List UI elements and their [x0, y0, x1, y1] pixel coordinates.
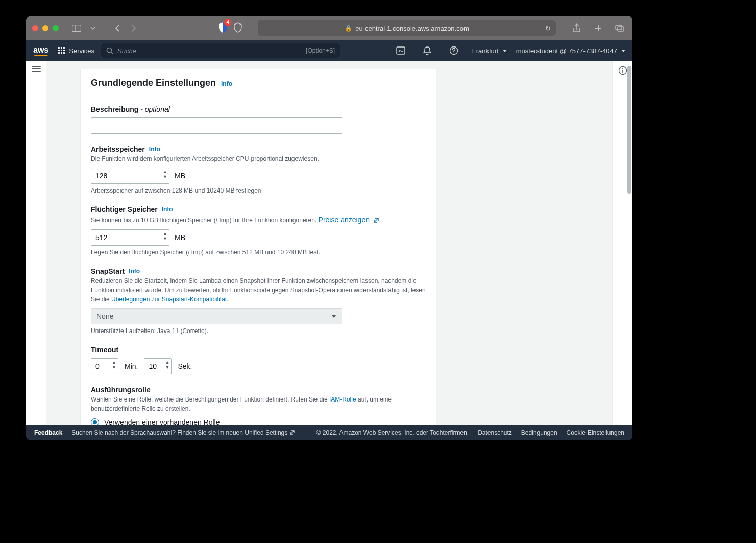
radio-use-existing-label: Verwenden einer vorhandenen Rolle — [104, 418, 220, 425]
lock-icon: 🔒 — [345, 25, 352, 32]
radio-icon — [91, 418, 99, 425]
memory-unit: MB — [175, 172, 185, 180]
memory-input[interactable] — [91, 168, 169, 184]
search-icon — [106, 47, 113, 54]
search-placeholder: Suche — [117, 47, 136, 55]
snapstart-value: None — [96, 312, 113, 320]
privacy-link[interactable]: Datenschutz — [478, 429, 512, 436]
unified-settings-link[interactable]: Unified Settings — [245, 429, 295, 436]
search-shortcut: [Option+S] — [306, 46, 335, 55]
ephemeral-info-link[interactable]: Info — [162, 206, 173, 213]
account-menu[interactable]: musterstudent @ 7577-7387-4047 — [516, 47, 625, 55]
reload-icon[interactable]: ↻ — [545, 25, 551, 32]
timeout-min-stepper[interactable]: ▲▼ — [112, 360, 116, 370]
memory-label: Arbeitsspeicher — [91, 145, 145, 153]
scrollbar-thumb[interactable] — [627, 66, 631, 194]
radio-use-existing[interactable]: Verwenden einer vorhandenen Rolle — [91, 418, 426, 425]
language-hint: Suchen Sie nach der Sprachauswahl? Finde… — [71, 429, 295, 436]
svg-rect-0 — [72, 25, 81, 32]
chevron-down-icon[interactable] — [86, 22, 100, 34]
description-input[interactable] — [91, 117, 342, 134]
pricing-link[interactable]: Preise anzeigen — [319, 216, 379, 224]
panel-title: Grundlegende Einstellungen — [91, 78, 216, 88]
chevron-down-icon — [331, 315, 336, 318]
region-selector[interactable]: Frankfurt — [472, 47, 507, 55]
terms-link[interactable]: Bedingungen — [521, 429, 557, 436]
svg-point-8 — [453, 53, 454, 54]
svg-rect-2 — [616, 25, 622, 30]
privacy-shield-icon[interactable] — [233, 22, 242, 34]
new-tab-icon[interactable] — [592, 22, 605, 34]
svg-line-5 — [111, 52, 113, 54]
snapstart-runtime-hint: Unterstützte Laufzeiten: Java 11 (Corret… — [91, 327, 426, 335]
address-bar[interactable]: 🔒 eu-central-1.console.aws.amazon.com ↻ — [258, 20, 556, 36]
minimize-window-icon[interactable] — [42, 25, 48, 31]
info-panel-toggle-icon[interactable] — [618, 66, 627, 77]
tabs-overview-icon[interactable] — [613, 22, 626, 34]
svg-rect-11 — [622, 70, 623, 73]
search-input[interactable]: Suche [Option+S] — [101, 43, 340, 58]
snapstart-compat-link[interactable]: Überlegungen zur Snapstart-Kompatibilitä… — [111, 296, 227, 303]
back-button[interactable] — [111, 22, 124, 34]
chevron-down-icon — [621, 50, 625, 52]
svg-point-10 — [622, 68, 623, 69]
memory-range-hint: Arbeitsspeicher auf zwischen 128 MB und … — [91, 187, 426, 194]
region-label: Frankfurt — [472, 47, 499, 55]
window-controls — [32, 25, 59, 31]
panel-info-link[interactable]: Info — [221, 80, 232, 87]
cookie-settings-link[interactable]: Cookie-Einstellungen — [567, 429, 624, 436]
memory-stepper[interactable]: ▲▼ — [163, 169, 167, 179]
memory-info-link[interactable]: Info — [149, 146, 160, 153]
description-label: Beschreibung - optional — [91, 105, 170, 113]
timeout-sec-label: Sek. — [178, 362, 192, 370]
memory-hint: Die Funktion wird dem konfigurierten Arb… — [91, 154, 426, 163]
left-rail — [26, 61, 46, 425]
extension-shield-icon[interactable]: 4 — [218, 22, 228, 35]
notifications-icon[interactable] — [419, 42, 435, 59]
execrole-hint: Wählen Sie eine Rolle, welche die Berech… — [91, 395, 426, 413]
snapstart-select: None — [91, 308, 342, 324]
ephemeral-unit: MB — [175, 233, 185, 242]
snapstart-label: SnapStart — [91, 267, 125, 275]
sidebar-toggle-icon[interactable] — [70, 22, 83, 34]
url-text: eu-central-1.console.aws.amazon.com — [355, 25, 469, 32]
snapstart-hint: Reduzieren Sie die Startzeit, indem Sie … — [91, 276, 426, 304]
ephemeral-hint: Sie können bis zu 10 GB flüchtigen Speic… — [91, 215, 426, 225]
forward-button[interactable] — [127, 22, 140, 34]
timeout-label: Timeout — [91, 346, 118, 354]
timeout-min-label: Min. — [125, 362, 138, 370]
help-icon[interactable] — [446, 42, 462, 59]
badge-count: 4 — [224, 19, 231, 26]
aws-logo[interactable]: aws — [33, 45, 48, 56]
execrole-label: Ausführungsrolle — [91, 386, 151, 394]
share-icon[interactable] — [570, 22, 583, 34]
chevron-down-icon — [503, 50, 507, 52]
services-label: Services — [69, 47, 94, 55]
ephemeral-stepper[interactable]: ▲▼ — [163, 231, 167, 241]
close-window-icon[interactable] — [32, 25, 38, 31]
browser-titlebar: 4 🔒 eu-central-1.console.aws.amazon.com … — [26, 16, 632, 40]
ephemeral-label: Flüchtiger Speicher — [91, 205, 158, 214]
maximize-window-icon[interactable] — [53, 25, 59, 31]
basic-settings-panel: Grundlegende Einstellungen Info Beschrei… — [80, 69, 436, 425]
services-menu[interactable]: Services — [58, 46, 94, 55]
snapstart-info-link[interactable]: Info — [129, 268, 140, 275]
account-label: musterstudent @ 7577-7387-4047 — [516, 47, 617, 55]
svg-point-4 — [107, 48, 112, 53]
aws-top-nav: aws Services Suche [Option+S] Frankfurt — [26, 40, 632, 61]
cloudshell-icon[interactable] — [393, 42, 409, 59]
grid-icon — [58, 46, 66, 55]
copyright-text: © 2022, Amazon Web Services, Inc. oder T… — [316, 429, 469, 436]
feedback-link[interactable]: Feedback — [34, 429, 62, 436]
timeout-sec-stepper[interactable]: ▲▼ — [165, 360, 170, 370]
hamburger-icon[interactable] — [32, 66, 41, 72]
svg-rect-3 — [618, 27, 624, 31]
iam-role-link[interactable]: IAM-Rolle — [329, 396, 356, 403]
ephemeral-range-hint: Legen Sie den flüchtigen Speicher (/ tmp… — [91, 249, 426, 256]
ephemeral-input[interactable] — [91, 229, 169, 246]
aws-footer: Feedback Suchen Sie nach der Sprachauswa… — [26, 425, 632, 440]
